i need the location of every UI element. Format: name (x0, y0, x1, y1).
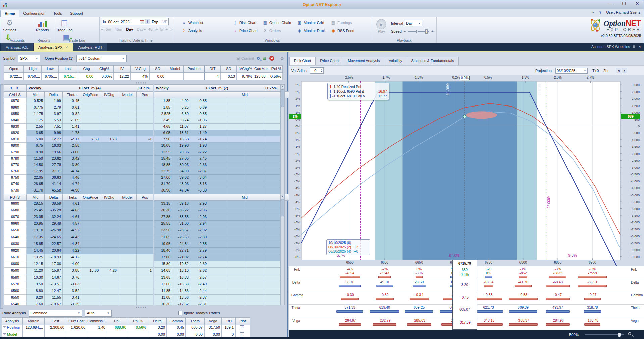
strike-6550[interactable]: 6550 (4, 295, 27, 301)
cell-6760-right-pos[interactable] (264, 168, 280, 175)
cell-6680-left-pos[interactable] (137, 207, 153, 214)
cell-6760-right-mid[interactable]: 22.75 (154, 168, 172, 175)
cell-6750-right-delta[interactable]: 39.02 (172, 175, 190, 181)
cell-6610-left-delta[interactable]: -18.93 (45, 254, 63, 261)
cell-6860-left-origprice[interactable] (81, 104, 100, 111)
cell-6680-left-model[interactable] (118, 207, 137, 214)
cell-6640-left-theta[interactable]: -4.43 (63, 234, 81, 241)
cell-6820-left-delta[interactable]: 9.98 (45, 130, 63, 136)
cell-6860-right-mid[interactable]: 1.85 (154, 104, 172, 111)
risk-chart[interactable]: 6586.396687.096819.496833.203.7%87.0%9.3… (289, 75, 644, 266)
cell-6660-right-ivchg[interactable] (228, 221, 246, 227)
cell-6770-left-ivchg[interactable] (100, 162, 118, 168)
cell-6620-right-model[interactable] (246, 248, 264, 254)
cell-6660-right-pos[interactable] (264, 221, 280, 227)
cell-6640-left-model[interactable] (118, 234, 137, 241)
cell-6860-right-pos[interactable] (264, 104, 280, 111)
chain-row-6740[interactable]: 674026.6541.14-4.7431.7043.06-3.18 (4, 181, 280, 187)
cell-6540-right-delta[interactable]: -12.62 (172, 301, 190, 305)
windows-item-watchlist[interactable]: ≡Watchlist (182, 19, 233, 26)
cell-6780-right-theta[interactable]: -2.45 (190, 156, 208, 162)
cell-6810-right-origpri...[interactable] (208, 136, 228, 143)
collapse-ribbon-icon[interactable]: ▲ (592, 11, 595, 14)
cell-6640-right-origpri...[interactable] (208, 234, 228, 241)
cell-6650-left-theta[interactable]: -4.52 (63, 227, 81, 234)
strike-6760[interactable]: 6760 (4, 168, 27, 175)
cell-6670-right-pos[interactable] (264, 214, 280, 221)
cell-6560-right-mid[interactable]: 11.85 (154, 288, 172, 295)
cell-6760-right-delta[interactable]: 34.99 (172, 168, 190, 175)
cell-6870-left-origprice[interactable] (81, 98, 100, 104)
cell-6600-right-pos[interactable] (264, 261, 280, 268)
cell-6540-left-theta[interactable]: -3.29 (63, 301, 81, 305)
cell-6660-right-theta[interactable]: -2.94 (190, 221, 208, 227)
cell-6570-left-origprice[interactable] (81, 281, 100, 288)
cell-6580-left-pos[interactable] (137, 274, 153, 281)
cell-6850-right-model[interactable] (246, 111, 264, 117)
cell-6610-left-model[interactable] (118, 254, 137, 261)
cell-6820-right-mid[interactable]: 6.05 (154, 130, 172, 136)
chain-row-6820[interactable]: 68203.659.98-1.786.0513.61-1.49 (4, 130, 280, 136)
cell-6690-right-mid[interactable]: 33.15 (154, 201, 172, 207)
cell-6660-left-ivchg[interactable] (100, 221, 118, 227)
cell-6630-right-model[interactable] (246, 241, 264, 248)
cell-6730-right-theta[interactable]: -3.30 (190, 187, 208, 194)
cell-6570-left-ivchg[interactable] (100, 281, 118, 288)
cell-6650-right-ivchg[interactable] (228, 227, 246, 234)
cell-6780-right-origpri...[interactable] (208, 156, 228, 162)
strike-6730[interactable]: 6730 (4, 187, 27, 194)
cell-6790-left-ivchg[interactable] (100, 149, 118, 156)
strike-6850[interactable]: 6850 (4, 111, 27, 117)
chain-row-6650[interactable]: 665019.10-26.98-4.5223.50-28.67-2.92 (4, 227, 280, 234)
cell-6560-right-ivchg[interactable] (228, 288, 246, 295)
cell-6580-left-origprice[interactable] (81, 274, 100, 281)
windows-item-price-chart[interactable]: ↕Price Chart (233, 27, 263, 34)
cell-6600-left-theta[interactable]: -4.00 (63, 261, 81, 268)
chain-row-6590[interactable]: 659011.20-15.97-3.8815.604.26-114.65-18.… (4, 268, 280, 274)
cell-6770-right-pos[interactable] (264, 162, 280, 168)
cell-6610-right-model[interactable] (246, 254, 264, 261)
menu-item-home[interactable]: Home (0, 10, 19, 17)
cell-6820-right-model[interactable] (246, 130, 264, 136)
cell-6850-left-delta[interactable]: 3.97 (45, 111, 63, 117)
cell-6840-right-pos[interactable] (264, 117, 280, 124)
cell-6750-right-mid[interactable]: 27.00 (154, 175, 172, 181)
cell-6540-right-mid[interactable]: 10.30 (154, 301, 172, 305)
cell-6850-right-origpri...[interactable] (208, 111, 228, 117)
cell-6560-left-theta[interactable]: -3.52 (63, 288, 81, 295)
chain-row-6660[interactable]: 666020.95-29.48-4.5725.55-31.00-2.94 (4, 221, 280, 227)
cell-6830-left-origprice[interactable] (81, 124, 100, 130)
cell-6620-right-mid[interactable]: 18.40 (154, 248, 172, 254)
cell-6580-left-theta[interactable]: -3.76 (63, 274, 81, 281)
cell-6570-left-delta[interactable]: -13.51 (45, 281, 63, 288)
cell-6610-right-pos[interactable] (264, 254, 280, 261)
cell-6650-right-model[interactable] (246, 227, 264, 234)
cell-6640-right-mid[interactable]: 21.65 (154, 234, 172, 241)
cell-6800-right-model[interactable] (246, 143, 264, 149)
chain-row-6610[interactable]: 661013.25-18.93-4.1217.00-21.02-2.74 (4, 254, 280, 261)
cell-6670-right-origpri...[interactable] (208, 214, 228, 221)
zoom-slider[interactable] (585, 334, 624, 335)
cell-6610-left-mid[interactable]: 13.25 (27, 254, 45, 261)
cell-6590-left-delta[interactable]: -15.97 (45, 268, 63, 274)
cell-6840-right-origpri...[interactable] (208, 117, 228, 124)
cell-6540-left-ivchg[interactable] (100, 301, 118, 305)
cell-6790-left-theta[interactable]: -3.00 (63, 149, 81, 156)
cell-6610-right-theta[interactable]: -2.74 (190, 254, 208, 261)
cell-6750-left-mid[interactable]: 22.05 (27, 175, 45, 181)
cell-6590-left-model[interactable] (118, 268, 137, 274)
cell-6840-left-pos[interactable] (137, 117, 153, 124)
cell-6780-left-pos[interactable] (137, 156, 153, 162)
cell-6690-right-origpri...[interactable] (208, 201, 228, 207)
cell-6630-left-theta[interactable]: -4.34 (63, 241, 81, 248)
menu-item-configuration[interactable]: Configuration (19, 10, 49, 17)
cell-6800-right-origpri...[interactable] (208, 143, 228, 149)
cell-6810-right-ivchg[interactable] (228, 136, 246, 143)
cell-6620-right-pos[interactable] (264, 248, 280, 254)
cell-6680-right-pos[interactable] (264, 207, 280, 214)
cell-6740-right-origpri...[interactable] (208, 181, 228, 187)
cell-6790-left-delta[interactable]: 19.66 (45, 149, 63, 156)
cell-6690-left-theta[interactable]: -4.61 (63, 201, 81, 207)
time-step-5m-[interactable]: 5m- (106, 27, 112, 31)
tab-analysis-spx[interactable]: Analysis: SPX✕ (34, 43, 73, 51)
